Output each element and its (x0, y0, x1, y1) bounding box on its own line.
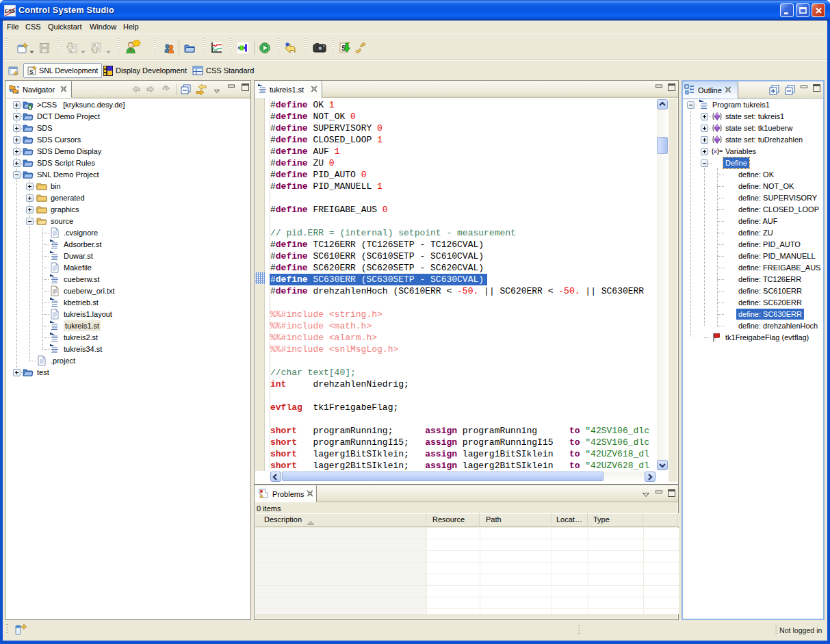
svg-text:CSS: CSS (5, 8, 15, 14)
svg-text:(x)=: (x)= (712, 148, 723, 155)
svg-text:S: S (29, 68, 34, 75)
